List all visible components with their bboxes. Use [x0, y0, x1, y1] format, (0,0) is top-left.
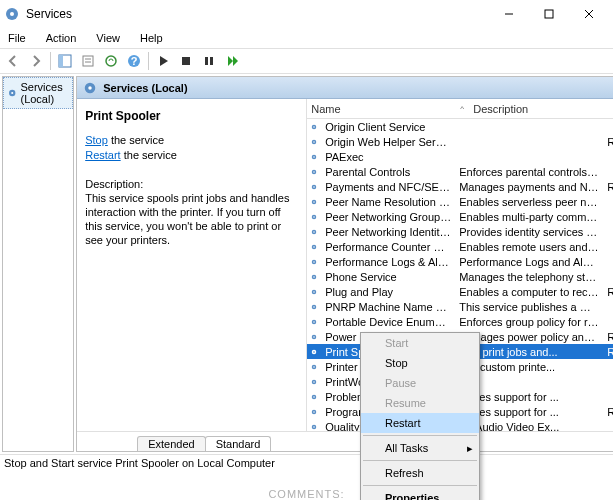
svg-rect-8 — [83, 56, 93, 66]
svg-point-44 — [313, 291, 315, 293]
gear-icon — [307, 406, 321, 418]
service-row[interactable]: Peer Networking Identity M...Provides id… — [307, 224, 613, 239]
show-hide-tree-button[interactable] — [54, 50, 76, 72]
ctx-stop[interactable]: Stop — [361, 353, 479, 373]
svg-point-48 — [313, 321, 315, 323]
service-desc: Enforces group policy for remov... — [455, 316, 603, 328]
service-row[interactable]: Origin Web Helper ServiceRunning — [307, 134, 613, 149]
status-bar: Stop and Start service Print Spooler on … — [0, 454, 613, 474]
service-name: Portable Device Enumerator... — [321, 316, 455, 328]
service-row[interactable]: PAExec — [307, 149, 613, 164]
stop-button[interactable] — [175, 50, 197, 72]
tree-node-services-local[interactable]: Services (Local) — [3, 77, 73, 109]
service-row[interactable]: Origin Client Service — [307, 119, 613, 134]
minimize-button[interactable] — [489, 0, 529, 28]
service-row[interactable]: Payments and NFC/SE Man...Manages paymen… — [307, 179, 613, 194]
service-row[interactable]: Performance Counter DLL ...Enables remot… — [307, 239, 613, 254]
help-button[interactable]: ? — [123, 50, 145, 72]
col-description[interactable]: Description — [469, 103, 613, 115]
service-row[interactable]: Peer Networking GroupingEnables multi-pa… — [307, 209, 613, 224]
menu-help[interactable]: Help — [136, 30, 167, 46]
ctx-restart[interactable]: Restart — [361, 413, 479, 433]
service-desc: Manages the telephony state on ... — [455, 271, 603, 283]
tab-extended[interactable]: Extended — [137, 436, 205, 451]
pause-button[interactable] — [198, 50, 220, 72]
service-name: Peer Networking Grouping — [321, 211, 455, 223]
toolbar: ? — [0, 48, 613, 74]
context-menu: Start Stop Pause Resume Restart All Task… — [360, 332, 480, 500]
detail-pane: Print Spooler Stop the service Restart t… — [77, 99, 307, 431]
maximize-button[interactable] — [529, 0, 569, 28]
svg-point-36 — [313, 231, 315, 233]
svg-rect-16 — [210, 57, 213, 65]
ctx-resume: Resume — [361, 393, 479, 413]
menu-view[interactable]: View — [92, 30, 124, 46]
service-row[interactable]: Phone ServiceManages the telephony state… — [307, 269, 613, 284]
service-row[interactable]: Peer Name Resolution Prot...Enables serv… — [307, 194, 613, 209]
menu-action[interactable]: Action — [42, 30, 81, 46]
title-bar: Services — [0, 0, 613, 28]
service-row[interactable]: PNRP Machine Name Publi...This service p… — [307, 299, 613, 314]
gear-icon — [307, 226, 321, 238]
col-name[interactable]: Name — [307, 103, 455, 115]
ctx-separator — [363, 460, 477, 461]
description-label: Description: — [85, 177, 298, 191]
gear-icon — [307, 256, 321, 268]
menu-file[interactable]: File — [4, 30, 30, 46]
gear-icon — [307, 121, 321, 133]
service-desc: This service publishes a machine ... — [455, 301, 603, 313]
service-desc: Enforces parental controls for chi... — [455, 166, 603, 178]
svg-rect-3 — [545, 10, 553, 18]
gear-icon — [307, 211, 321, 223]
properties-button[interactable] — [77, 50, 99, 72]
service-desc: Enables serverless peer name res... — [455, 196, 603, 208]
service-name: Parental Controls — [321, 166, 455, 178]
svg-point-32 — [313, 201, 315, 203]
gear-icon — [307, 301, 321, 313]
service-row[interactable]: Parental ControlsEnforces parental contr… — [307, 164, 613, 179]
svg-point-54 — [313, 366, 315, 368]
service-desc: Performance Logs and Alerts Col... — [455, 256, 603, 268]
play-button[interactable] — [152, 50, 174, 72]
service-row[interactable]: Performance Logs & AlertsPerformance Log… — [307, 254, 613, 269]
forward-button[interactable] — [25, 50, 47, 72]
ctx-all-tasks[interactable]: All Tasks▸ — [361, 438, 479, 458]
service-row[interactable]: Portable Device Enumerator...Enforces gr… — [307, 314, 613, 329]
service-desc: Provides identity services for the ... — [455, 226, 603, 238]
svg-point-26 — [313, 156, 315, 158]
main-panel: Services (Local) Print Spooler Stop the … — [76, 76, 613, 452]
close-button[interactable] — [569, 0, 609, 28]
service-name: Origin Client Service — [321, 121, 455, 133]
service-name: Peer Networking Identity M... — [321, 226, 455, 238]
service-desc: Enables remote users and 64-bit ... — [455, 241, 603, 253]
svg-point-18 — [11, 92, 13, 94]
ctx-properties[interactable]: Properties — [361, 488, 479, 500]
service-status: Running — [603, 406, 613, 418]
main-header-label: Services (Local) — [103, 82, 187, 94]
restart-button[interactable] — [221, 50, 243, 72]
gear-icon — [307, 376, 321, 388]
gear-icon — [307, 391, 321, 403]
gear-icon — [307, 286, 321, 298]
svg-point-42 — [313, 276, 315, 278]
svg-point-28 — [313, 171, 315, 173]
service-row[interactable]: Plug and PlayEnables a computer to recog… — [307, 284, 613, 299]
service-status: Running — [603, 286, 613, 298]
restart-link[interactable]: Restart — [85, 149, 120, 161]
menu-bar: File Action View Help — [0, 28, 613, 48]
sort-indicator-icon: ^ — [455, 104, 469, 113]
svg-point-30 — [313, 186, 315, 188]
svg-point-11 — [106, 56, 116, 66]
gear-icon — [307, 136, 321, 148]
stop-link[interactable]: Stop — [85, 134, 108, 146]
service-desc: Enables multi-party communicat... — [455, 211, 603, 223]
back-button[interactable] — [2, 50, 24, 72]
tab-standard[interactable]: Standard — [205, 436, 272, 451]
export-button[interactable] — [100, 50, 122, 72]
service-name: Plug and Play — [321, 286, 455, 298]
gear-icon — [307, 151, 321, 163]
description-text: This service spools print jobs and handl… — [85, 191, 298, 247]
service-desc: Enables a computer to recognize ... — [455, 286, 603, 298]
ctx-refresh[interactable]: Refresh — [361, 463, 479, 483]
ctx-start: Start — [361, 333, 479, 353]
